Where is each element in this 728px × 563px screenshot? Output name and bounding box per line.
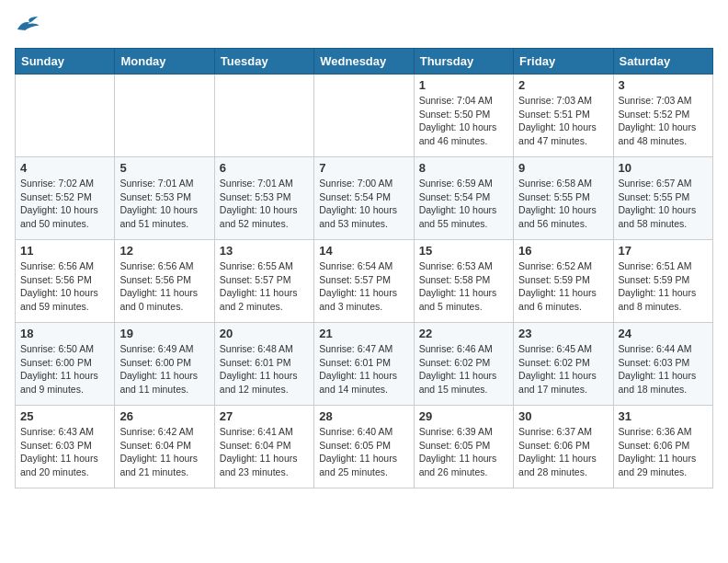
calendar-cell: 8Sunrise: 6:59 AM Sunset: 5:54 PM Daylig… <box>414 157 513 240</box>
day-number: 13 <box>220 244 309 258</box>
cell-content: Sunrise: 6:51 AM Sunset: 5:59 PM Dayligh… <box>619 259 708 314</box>
calendar-cell: 31Sunrise: 6:36 AM Sunset: 6:06 PM Dayli… <box>613 406 712 488</box>
calendar-cell: 5Sunrise: 7:01 AM Sunset: 5:53 PM Daylig… <box>115 157 214 240</box>
cell-content: Sunrise: 6:56 AM Sunset: 5:56 PM Dayligh… <box>119 259 209 314</box>
day-number: 11 <box>20 244 109 258</box>
cell-content: Sunrise: 6:45 AM Sunset: 6:02 PM Dayligh… <box>518 342 608 396</box>
cell-content: Sunrise: 6:57 AM Sunset: 5:55 PM Dayligh… <box>619 177 708 231</box>
cell-content: Sunrise: 6:40 AM Sunset: 6:05 PM Dayligh… <box>319 425 408 479</box>
cell-content: Sunrise: 6:59 AM Sunset: 5:54 PM Dayligh… <box>419 177 508 231</box>
day-number: 21 <box>319 327 408 340</box>
cell-content: Sunrise: 6:37 AM Sunset: 6:06 PM Dayligh… <box>518 425 608 479</box>
day-number: 3 <box>619 78 708 92</box>
cell-content: Sunrise: 6:56 AM Sunset: 5:56 PM Dayligh… <box>20 259 109 314</box>
day-number: 27 <box>220 409 309 423</box>
cell-content: Sunrise: 7:02 AM Sunset: 5:52 PM Dayligh… <box>20 177 109 231</box>
calendar-cell: 23Sunrise: 6:45 AM Sunset: 6:02 PM Dayli… <box>514 323 613 406</box>
day-number: 16 <box>518 244 608 258</box>
calendar-cell: 29Sunrise: 6:39 AM Sunset: 6:05 PM Dayli… <box>414 406 513 488</box>
week-row-1: 1Sunrise: 7:04 AM Sunset: 5:50 PM Daylig… <box>16 75 713 157</box>
calendar-cell: 3Sunrise: 7:03 AM Sunset: 5:52 PM Daylig… <box>613 75 712 157</box>
cell-content: Sunrise: 6:54 AM Sunset: 5:57 PM Dayligh… <box>319 259 408 314</box>
calendar-cell: 17Sunrise: 6:51 AM Sunset: 5:59 PM Dayli… <box>613 240 712 323</box>
day-number: 1 <box>419 78 508 92</box>
cell-content: Sunrise: 7:03 AM Sunset: 5:52 PM Dayligh… <box>619 94 708 148</box>
week-row-3: 11Sunrise: 6:56 AM Sunset: 5:56 PM Dayli… <box>16 240 713 323</box>
week-row-4: 18Sunrise: 6:50 AM Sunset: 6:00 PM Dayli… <box>16 323 713 406</box>
week-row-2: 4Sunrise: 7:02 AM Sunset: 5:52 PM Daylig… <box>16 157 713 240</box>
col-header-friday: Friday <box>514 49 613 75</box>
calendar-cell: 2Sunrise: 7:03 AM Sunset: 5:51 PM Daylig… <box>514 75 613 157</box>
day-number: 18 <box>20 327 109 340</box>
header <box>15 15 713 37</box>
calendar-cell: 16Sunrise: 6:52 AM Sunset: 5:59 PM Dayli… <box>514 240 613 323</box>
cell-content: Sunrise: 6:42 AM Sunset: 6:04 PM Dayligh… <box>119 425 209 479</box>
cell-content: Sunrise: 6:53 AM Sunset: 5:58 PM Dayligh… <box>419 259 508 314</box>
calendar-cell: 4Sunrise: 7:02 AM Sunset: 5:52 PM Daylig… <box>16 157 115 240</box>
cell-content: Sunrise: 6:46 AM Sunset: 6:02 PM Dayligh… <box>419 342 508 396</box>
cell-content: Sunrise: 6:49 AM Sunset: 6:00 PM Dayligh… <box>119 342 209 396</box>
col-header-tuesday: Tuesday <box>214 49 313 75</box>
day-number: 6 <box>220 161 309 175</box>
day-number: 23 <box>518 327 608 340</box>
calendar-cell: 30Sunrise: 6:37 AM Sunset: 6:06 PM Dayli… <box>514 406 613 488</box>
day-number: 17 <box>619 244 708 258</box>
day-number: 24 <box>619 327 708 340</box>
col-header-saturday: Saturday <box>613 49 712 75</box>
calendar-cell: 27Sunrise: 6:41 AM Sunset: 6:04 PM Dayli… <box>214 406 313 488</box>
day-number: 25 <box>20 409 109 423</box>
day-number: 7 <box>319 161 408 175</box>
bird-logo-icon <box>15 15 40 33</box>
calendar-cell: 21Sunrise: 6:47 AM Sunset: 6:01 PM Dayli… <box>314 323 414 406</box>
calendar-cell: 6Sunrise: 7:01 AM Sunset: 5:53 PM Daylig… <box>214 157 313 240</box>
day-number: 10 <box>619 161 708 175</box>
calendar-cell: 24Sunrise: 6:44 AM Sunset: 6:03 PM Dayli… <box>613 323 712 406</box>
day-number: 30 <box>518 409 608 423</box>
col-header-wednesday: Wednesday <box>314 49 414 75</box>
calendar-cell: 14Sunrise: 6:54 AM Sunset: 5:57 PM Dayli… <box>314 240 414 323</box>
col-header-thursday: Thursday <box>414 49 513 75</box>
calendar-cell: 12Sunrise: 6:56 AM Sunset: 5:56 PM Dayli… <box>115 240 214 323</box>
calendar-cell: 18Sunrise: 6:50 AM Sunset: 6:00 PM Dayli… <box>16 323 115 406</box>
cell-content: Sunrise: 6:48 AM Sunset: 6:01 PM Dayligh… <box>220 342 309 396</box>
day-number: 26 <box>119 409 209 423</box>
col-header-monday: Monday <box>115 49 214 75</box>
calendar-cell: 20Sunrise: 6:48 AM Sunset: 6:01 PM Dayli… <box>214 323 313 406</box>
calendar-cell <box>16 75 115 157</box>
day-number: 14 <box>319 244 408 258</box>
cell-content: Sunrise: 7:04 AM Sunset: 5:50 PM Dayligh… <box>419 94 508 148</box>
day-number: 2 <box>518 78 608 92</box>
cell-content: Sunrise: 6:44 AM Sunset: 6:03 PM Dayligh… <box>619 342 708 396</box>
calendar-cell <box>314 75 414 157</box>
cell-content: Sunrise: 6:47 AM Sunset: 6:01 PM Dayligh… <box>319 342 408 396</box>
cell-content: Sunrise: 6:36 AM Sunset: 6:06 PM Dayligh… <box>619 425 708 479</box>
calendar-cell <box>115 75 214 157</box>
calendar-cell: 13Sunrise: 6:55 AM Sunset: 5:57 PM Dayli… <box>214 240 313 323</box>
week-row-5: 25Sunrise: 6:43 AM Sunset: 6:03 PM Dayli… <box>16 406 713 488</box>
day-number: 15 <box>419 244 508 258</box>
calendar-cell: 15Sunrise: 6:53 AM Sunset: 5:58 PM Dayli… <box>414 240 513 323</box>
day-number: 29 <box>419 409 508 423</box>
calendar-cell: 10Sunrise: 6:57 AM Sunset: 5:55 PM Dayli… <box>613 157 712 240</box>
calendar-cell: 22Sunrise: 6:46 AM Sunset: 6:02 PM Dayli… <box>414 323 513 406</box>
cell-content: Sunrise: 6:58 AM Sunset: 5:55 PM Dayligh… <box>518 177 608 231</box>
day-number: 8 <box>419 161 508 175</box>
calendar-cell: 19Sunrise: 6:49 AM Sunset: 6:00 PM Dayli… <box>115 323 214 406</box>
cell-content: Sunrise: 6:55 AM Sunset: 5:57 PM Dayligh… <box>220 259 309 314</box>
day-number: 9 <box>518 161 608 175</box>
day-number: 4 <box>20 161 109 175</box>
day-number: 20 <box>220 327 309 340</box>
calendar-cell: 1Sunrise: 7:04 AM Sunset: 5:50 PM Daylig… <box>414 75 513 157</box>
calendar-cell: 25Sunrise: 6:43 AM Sunset: 6:03 PM Dayli… <box>16 406 115 488</box>
cell-content: Sunrise: 7:01 AM Sunset: 5:53 PM Dayligh… <box>119 177 209 231</box>
calendar-cell: 28Sunrise: 6:40 AM Sunset: 6:05 PM Dayli… <box>314 406 414 488</box>
calendar-cell: 7Sunrise: 7:00 AM Sunset: 5:54 PM Daylig… <box>314 157 414 240</box>
header-row: SundayMondayTuesdayWednesdayThursdayFrid… <box>16 49 713 75</box>
cell-content: Sunrise: 6:39 AM Sunset: 6:05 PM Dayligh… <box>419 425 508 479</box>
calendar-cell: 26Sunrise: 6:42 AM Sunset: 6:04 PM Dayli… <box>115 406 214 488</box>
cell-content: Sunrise: 7:01 AM Sunset: 5:53 PM Dayligh… <box>220 177 309 231</box>
day-number: 22 <box>419 327 508 340</box>
cell-content: Sunrise: 7:00 AM Sunset: 5:54 PM Dayligh… <box>319 177 408 231</box>
cell-content: Sunrise: 7:03 AM Sunset: 5:51 PM Dayligh… <box>518 94 608 148</box>
day-number: 12 <box>119 244 209 258</box>
